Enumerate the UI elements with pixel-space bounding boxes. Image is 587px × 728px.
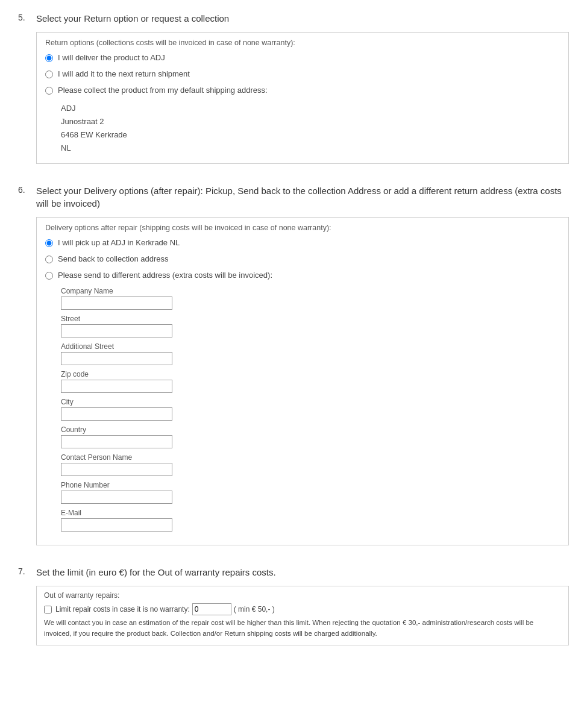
field-country: Country xyxy=(61,425,560,448)
input-phone-number[interactable] xyxy=(61,491,172,504)
label-phone-number: Phone Number xyxy=(61,481,560,489)
return-radio-1[interactable] xyxy=(45,54,53,62)
input-zip-code[interactable] xyxy=(61,380,172,393)
delivery-label-1: I will pick up at ADJ in Kerkrade NL xyxy=(58,238,180,247)
limit-checkbox[interactable] xyxy=(44,606,52,613)
field-email: E-Mail xyxy=(61,509,560,532)
label-company-name: Company Name xyxy=(61,287,560,295)
label-city: City xyxy=(61,398,560,406)
step-5-number: 5. xyxy=(18,12,36,170)
return-radio-3[interactable] xyxy=(45,87,53,95)
input-street[interactable] xyxy=(61,324,172,337)
delivery-radio-1[interactable] xyxy=(45,239,53,247)
step-6-title: Select your Delivery options (after repa… xyxy=(36,184,569,210)
step-5: 5. Select your Return option or request … xyxy=(18,12,569,170)
return-options-title: Return options (collections costs will b… xyxy=(45,39,560,47)
field-phone-number: Phone Number xyxy=(61,481,560,504)
return-radio-2[interactable] xyxy=(45,71,53,78)
input-city[interactable] xyxy=(61,407,172,421)
field-additional-street: Additional Street xyxy=(61,342,560,365)
step-5-content: Select your Return option or request a c… xyxy=(36,12,569,170)
label-additional-street: Additional Street xyxy=(61,342,560,351)
return-label-1: I will deliver the product to ADJ xyxy=(58,53,165,62)
return-options-box: Return options (collections costs will b… xyxy=(36,32,569,164)
label-contact-person-name: Contact Person Name xyxy=(61,453,560,462)
field-city: City xyxy=(61,398,560,421)
label-country: Country xyxy=(61,425,560,434)
owb-min-note: ( min € 50,- ) xyxy=(234,605,275,613)
delivery-option-2: Send back to collection address xyxy=(45,254,560,263)
field-street: Street xyxy=(61,315,560,337)
owb-limit-input[interactable] xyxy=(192,603,231,615)
step-7: 7. Set the limit (in euro €) for the Out… xyxy=(18,566,569,645)
step-7-title: Set the limit (in euro €) for the Out of… xyxy=(36,566,569,579)
delivery-option-1: I will pick up at ADJ in Kerkrade NL xyxy=(45,238,560,247)
step-5-title: Select your Return option or request a c… xyxy=(36,12,569,25)
input-country[interactable] xyxy=(61,435,172,448)
input-contact-person-name[interactable] xyxy=(61,463,172,476)
return-option-1: I will deliver the product to ADJ xyxy=(45,53,560,62)
step-7-content: Set the limit (in euro €) for the Out of… xyxy=(36,566,569,645)
step-7-number: 7. xyxy=(18,566,36,645)
default-address: ADJ Junostraat 2 6468 EW Kerkrade NL xyxy=(61,102,560,155)
delivery-address-fields: Company Name Street Additional Street Zi… xyxy=(61,287,560,532)
return-option-2: I will add it to the next return shipmen… xyxy=(45,69,560,78)
input-additional-street[interactable] xyxy=(61,352,172,365)
owb-limit-row: Limit repair costs in case it is no warr… xyxy=(44,603,561,615)
delivery-radio-2[interactable] xyxy=(45,256,53,263)
step-6-content: Select your Delivery options (after repa… xyxy=(36,184,569,551)
address-line1: ADJ xyxy=(61,102,560,115)
label-email: E-Mail xyxy=(61,509,560,517)
delivery-radio-3[interactable] xyxy=(45,272,53,280)
return-label-3: Please collect the product from my defau… xyxy=(58,86,268,95)
field-company-name: Company Name xyxy=(61,287,560,310)
address-line3: 6468 EW Kerkrade xyxy=(61,128,560,142)
input-email[interactable] xyxy=(61,518,172,532)
input-company-name[interactable] xyxy=(61,297,172,310)
step-6-number: 6. xyxy=(18,184,36,551)
owb-checkbox-label: Limit repair costs in case it is no warr… xyxy=(55,605,190,613)
return-label-2: I will add it to the next return shipmen… xyxy=(58,69,190,78)
delivery-option-3: Please send to different address (extra … xyxy=(45,271,560,280)
field-zip-code: Zip code xyxy=(61,370,560,393)
delivery-options-title: Delivery options after repair (shipping … xyxy=(45,224,560,232)
owb-note: We will contact you in case an estimatio… xyxy=(44,618,561,639)
delivery-label-3: Please send to different address (extra … xyxy=(58,271,272,280)
owb-title: Out of warranty repairs: xyxy=(44,591,561,600)
label-street: Street xyxy=(61,315,560,323)
step-6: 6. Select your Delivery options (after r… xyxy=(18,184,569,551)
out-of-warranty-box: Out of warranty repairs: Limit repair co… xyxy=(36,586,569,645)
address-line2: Junostraat 2 xyxy=(61,115,560,128)
delivery-options-box: Delivery options after repair (shipping … xyxy=(36,217,569,545)
return-option-3: Please collect the product from my defau… xyxy=(45,86,560,95)
address-line4: NL xyxy=(61,142,560,155)
label-zip-code: Zip code xyxy=(61,370,560,378)
field-contact-person-name: Contact Person Name xyxy=(61,453,560,476)
delivery-label-2: Send back to collection address xyxy=(58,254,169,263)
